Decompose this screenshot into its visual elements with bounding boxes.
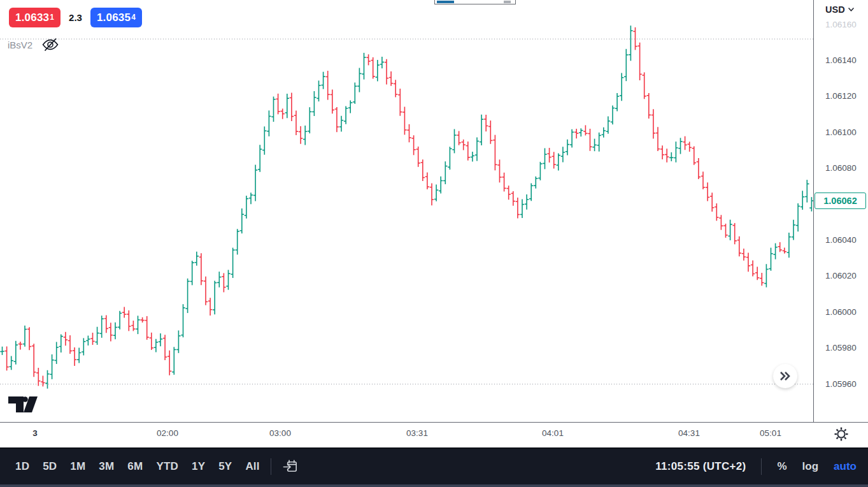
ohlc-bar bbox=[462, 140, 466, 150]
ohlc-bar bbox=[10, 356, 13, 370]
chart-pane[interactable]: 1.06331 2.3 1.06354 iBsV2 bbox=[0, 0, 813, 422]
ohlc-bar bbox=[443, 161, 447, 184]
ohlc-bar bbox=[488, 120, 492, 144]
ohlc-bar bbox=[574, 129, 578, 138]
ohlc-bar bbox=[64, 332, 68, 346]
ohlc-chart bbox=[0, 0, 813, 422]
sell-price-button[interactable]: 1.06331 bbox=[9, 8, 60, 27]
sell-price: 1.0633 bbox=[15, 11, 49, 24]
price-axis[interactable]: USD 1.06062 1.061601.061401.061201.06100… bbox=[813, 0, 868, 446]
ohlc-bar bbox=[507, 185, 511, 200]
ohlc-bar bbox=[271, 96, 275, 122]
ohlc-bar bbox=[764, 264, 768, 287]
ohlc-bar bbox=[145, 316, 149, 340]
ohlc-bar bbox=[411, 135, 415, 155]
ohlc-bar bbox=[245, 196, 248, 219]
ohlc-bar bbox=[208, 298, 212, 316]
ohlc-bar bbox=[723, 224, 727, 238]
ohlc-bar bbox=[566, 140, 569, 156]
session-clock[interactable]: 11:05:55 (UTC+2) bbox=[655, 460, 746, 473]
ohlc-bar bbox=[407, 124, 411, 142]
ohlc-bar bbox=[783, 247, 786, 253]
ohlc-bar bbox=[773, 244, 777, 259]
buy-price-button[interactable]: 1.06354 bbox=[90, 8, 142, 27]
time-axis[interactable]: 302:0003:0003:3104:0104:3105:01 bbox=[0, 422, 868, 447]
bottom-toolbar: 1D 5D 1M 3M 6M YTD 1Y 5Y All 11:05:55 (U… bbox=[0, 447, 868, 484]
ohlc-bar bbox=[448, 147, 452, 170]
ohlc-bar bbox=[4, 346, 8, 370]
ohlc-bar bbox=[557, 154, 560, 171]
double-chevron-right-icon bbox=[778, 370, 792, 382]
ohlc-bar bbox=[104, 315, 108, 333]
ohlc-bar bbox=[36, 368, 40, 386]
ohlc-bar bbox=[217, 272, 221, 287]
indicator-legend[interactable]: iBsV2 bbox=[8, 38, 59, 52]
ohlc-bar bbox=[41, 375, 45, 386]
range-ytd-button[interactable]: YTD bbox=[156, 460, 178, 473]
ohlc-bar bbox=[59, 335, 63, 353]
currency-selector[interactable]: USD bbox=[825, 4, 854, 15]
ohlc-bar bbox=[86, 336, 90, 345]
ohlc-bar bbox=[728, 220, 732, 240]
auto-scale-button[interactable]: auto bbox=[834, 460, 857, 473]
time-axis-label: 02:00 bbox=[157, 428, 178, 438]
ohlc-bar bbox=[50, 354, 53, 379]
range-6m-button[interactable]: 6M bbox=[127, 460, 143, 473]
price-axis-label: 1.06040 bbox=[825, 235, 857, 245]
ohlc-bar bbox=[751, 260, 755, 276]
percent-scale-button[interactable]: % bbox=[777, 460, 786, 473]
range-1d-button[interactable]: 1D bbox=[15, 460, 29, 473]
axis-settings-button[interactable] bbox=[833, 426, 850, 445]
ohlc-bar bbox=[308, 107, 311, 133]
ohlc-bar bbox=[299, 126, 302, 144]
scroll-right-button[interactable] bbox=[773, 364, 797, 388]
range-3m-button[interactable]: 3M bbox=[99, 460, 114, 473]
ohlc-bar bbox=[154, 339, 158, 353]
ohlc-bar bbox=[258, 145, 262, 171]
ohlc-bar bbox=[647, 93, 651, 119]
toolbar-divider bbox=[271, 458, 271, 475]
ohlc-bar bbox=[633, 27, 637, 50]
range-5y-button[interactable]: 5Y bbox=[218, 460, 232, 473]
ohlc-bar bbox=[484, 115, 488, 131]
ohlc-bar bbox=[434, 185, 438, 201]
gear-icon bbox=[833, 426, 850, 442]
range-all-button[interactable]: All bbox=[245, 460, 259, 473]
ohlc-bar bbox=[452, 129, 456, 154]
ohlc-bar bbox=[787, 233, 791, 258]
ohlc-bar bbox=[348, 101, 352, 113]
ohlc-bar bbox=[312, 91, 316, 116]
log-scale-button[interactable]: log bbox=[802, 460, 819, 473]
ohlc-bar bbox=[497, 159, 501, 182]
go-to-date-button[interactable] bbox=[282, 458, 299, 476]
ohlc-bar bbox=[109, 323, 113, 341]
toolbar-divider bbox=[761, 458, 762, 475]
chevron-down-icon bbox=[848, 8, 854, 11]
ohlc-bar bbox=[457, 131, 460, 145]
tradingview-logo[interactable] bbox=[8, 393, 38, 415]
time-axis-label: 03:31 bbox=[406, 428, 428, 438]
ohlc-bar bbox=[362, 53, 366, 80]
ohlc-bar bbox=[421, 159, 425, 181]
ohlc-bar bbox=[624, 49, 628, 81]
ohlc-bar bbox=[697, 158, 701, 179]
ohlc-bar bbox=[136, 316, 139, 334]
range-1m-button[interactable]: 1M bbox=[70, 460, 85, 473]
ohlc-bar bbox=[742, 249, 746, 261]
ohlc-bar bbox=[615, 93, 619, 112]
time-axis-label: 3 bbox=[32, 428, 38, 438]
ohlc-bar bbox=[339, 116, 343, 132]
ohlc-bar bbox=[204, 277, 208, 305]
ohlc-bar bbox=[552, 152, 556, 168]
ohlc-bar bbox=[778, 242, 782, 252]
price-axis-label: 1.06100 bbox=[825, 127, 857, 137]
price-axis-label: 1.06120 bbox=[825, 91, 857, 101]
ohlc-bar bbox=[660, 145, 664, 159]
ohlc-bar bbox=[637, 43, 641, 80]
eye-off-icon[interactable] bbox=[41, 38, 59, 52]
range-1y-button[interactable]: 1Y bbox=[192, 460, 205, 473]
ohlc-bar bbox=[706, 182, 709, 201]
ohlc-bar bbox=[159, 333, 162, 346]
range-5d-button[interactable]: 5D bbox=[43, 460, 57, 473]
ohlc-bar bbox=[267, 110, 271, 136]
